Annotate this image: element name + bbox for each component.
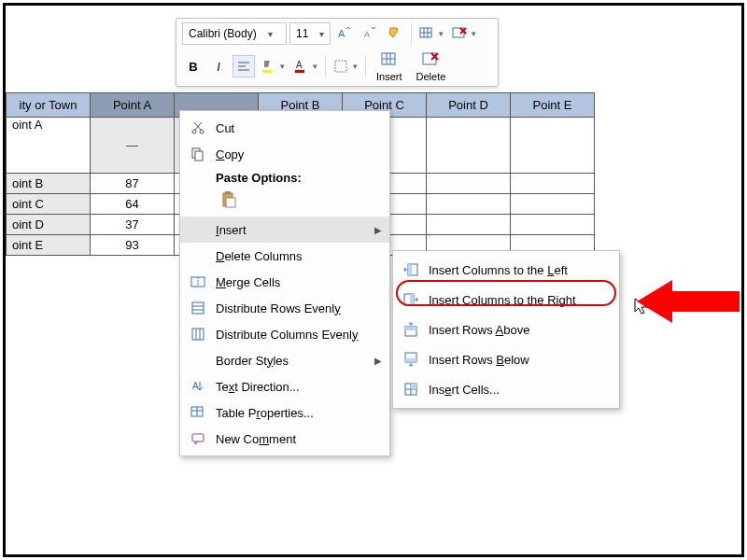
menu-item-insert-rows-below[interactable]: Insert Rows Below bbox=[393, 344, 619, 374]
svg-rect-12 bbox=[262, 70, 272, 73]
svg-text:A: A bbox=[364, 30, 370, 39]
svg-rect-34 bbox=[192, 302, 204, 314]
cell[interactable]: — bbox=[91, 118, 175, 174]
cell[interactable] bbox=[427, 174, 511, 194]
menu-item-cut[interactable]: Cut bbox=[180, 115, 389, 141]
col-header[interactable]: Point A bbox=[91, 93, 175, 118]
distribute-cols-icon bbox=[190, 326, 206, 343]
insert-row-below-icon bbox=[402, 351, 419, 368]
merge-cells-icon bbox=[190, 273, 206, 290]
menu-item-distribute-rows[interactable]: Distribute Rows Evenly bbox=[180, 295, 389, 321]
chevron-down-icon[interactable]: ▾ bbox=[314, 29, 327, 39]
col-header[interactable]: Point E bbox=[511, 93, 595, 118]
font-color-icon[interactable]: A▾ bbox=[290, 55, 320, 77]
submenu-arrow-icon: ▶ bbox=[374, 225, 382, 235]
format-painter-icon[interactable] bbox=[384, 22, 406, 45]
delete-button[interactable]: Delete bbox=[411, 49, 452, 84]
chevron-down-icon[interactable]: ▾ bbox=[262, 29, 275, 39]
cell[interactable]: 87 bbox=[91, 174, 175, 194]
cell[interactable]: 93 bbox=[91, 235, 175, 256]
insert-button[interactable]: Insert bbox=[371, 49, 408, 84]
insert-label: Insert bbox=[376, 71, 402, 82]
cell[interactable] bbox=[427, 118, 511, 174]
svg-marker-57 bbox=[637, 280, 740, 323]
table-delete-icon[interactable]: ▾ bbox=[449, 22, 479, 45]
submenu-arrow-icon: ▶ bbox=[374, 356, 382, 366]
row-header[interactable]: oint E bbox=[7, 235, 91, 256]
table-insert-icon[interactable]: ▾ bbox=[416, 22, 446, 45]
svg-rect-44 bbox=[192, 434, 204, 441]
shrink-font-icon[interactable]: A bbox=[359, 22, 381, 45]
insert-col-left-icon bbox=[402, 261, 419, 278]
row-header[interactable]: oint C bbox=[7, 194, 91, 215]
cell[interactable] bbox=[511, 118, 595, 174]
menu-item-insert-cols-right[interactable]: Insert Columns to the Right bbox=[393, 285, 619, 315]
svg-text:A: A bbox=[296, 60, 303, 70]
menu-item-new-comment[interactable]: New Comment bbox=[180, 426, 389, 452]
menu-item-insert-cols-left[interactable]: Insert Columns to the Left bbox=[393, 255, 619, 285]
svg-rect-31 bbox=[226, 198, 235, 207]
col-header[interactable]: ity or Town bbox=[7, 93, 91, 118]
cell[interactable]: 64 bbox=[91, 194, 175, 215]
menu-item-insert[interactable]: Insert ▶ bbox=[180, 217, 389, 243]
svg-rect-48 bbox=[410, 294, 414, 305]
svg-rect-14 bbox=[295, 70, 304, 73]
cell[interactable] bbox=[511, 174, 595, 194]
paste-keep-source-button[interactable] bbox=[216, 187, 242, 213]
annotation-arrow-icon bbox=[637, 278, 740, 325]
cell[interactable] bbox=[427, 194, 511, 215]
context-menu: Cut Copy Paste Options: Insert ▶ Delete … bbox=[179, 110, 390, 456]
svg-line-25 bbox=[195, 122, 202, 130]
row-header[interactable]: oint A bbox=[7, 118, 91, 174]
svg-rect-46 bbox=[408, 264, 412, 275]
italic-button[interactable]: I bbox=[207, 55, 230, 77]
menu-item-merge-cells[interactable]: Merge Cells bbox=[180, 269, 389, 295]
highlight-color-icon[interactable]: ▾ bbox=[258, 55, 288, 77]
insert-submenu: Insert Columns to the Left Insert Column… bbox=[392, 250, 620, 409]
svg-rect-30 bbox=[225, 191, 231, 194]
bold-button[interactable]: B bbox=[182, 55, 204, 77]
font-name-value: Calibri (Body) bbox=[183, 27, 262, 40]
svg-point-24 bbox=[200, 130, 204, 133]
menu-item-distribute-cols[interactable]: Distribute Columns Evenly bbox=[180, 321, 389, 347]
copy-icon bbox=[190, 146, 206, 162]
menu-item-copy[interactable]: Copy bbox=[180, 141, 389, 167]
table-delete-icon bbox=[421, 50, 440, 69]
svg-rect-28 bbox=[195, 151, 203, 161]
menu-item-delete-columns[interactable]: Delete Columns bbox=[180, 243, 389, 269]
distribute-rows-icon bbox=[190, 300, 206, 316]
menu-item-insert-rows-above[interactable]: Insert Rows Above bbox=[393, 315, 619, 344]
insert-col-right-icon bbox=[402, 291, 419, 308]
row-header[interactable]: oint B bbox=[7, 174, 91, 194]
row-header[interactable]: oint D bbox=[7, 215, 91, 235]
font-name-combo[interactable]: Calibri (Body) ▾ bbox=[182, 22, 287, 45]
align-left-icon[interactable] bbox=[233, 55, 255, 77]
menu-item-text-direction[interactable]: A Text Direction... bbox=[180, 373, 389, 399]
svg-rect-50 bbox=[405, 327, 416, 330]
table-properties-icon bbox=[190, 404, 206, 421]
scissors-icon bbox=[190, 119, 206, 136]
insert-row-above-icon bbox=[402, 321, 419, 338]
paste-options-heading: Paste Options: bbox=[180, 167, 389, 187]
svg-text:A: A bbox=[192, 381, 199, 391]
grow-font-icon[interactable]: A bbox=[333, 22, 356, 45]
font-size-combo[interactable]: 11 ▾ bbox=[289, 22, 331, 45]
cell[interactable] bbox=[511, 215, 595, 235]
col-header[interactable]: Point D bbox=[427, 93, 511, 118]
borders-icon[interactable]: ▾ bbox=[331, 55, 360, 77]
font-size-value: 11 bbox=[290, 27, 314, 40]
cell[interactable]: 37 bbox=[91, 215, 175, 235]
svg-rect-52 bbox=[405, 358, 416, 362]
menu-item-insert-cells[interactable]: Insert Cells... bbox=[393, 374, 619, 404]
insert-cells-icon bbox=[402, 381, 419, 398]
new-comment-icon bbox=[190, 430, 206, 447]
svg-text:A: A bbox=[338, 28, 345, 39]
text-direction-icon: A bbox=[190, 378, 206, 395]
svg-rect-56 bbox=[411, 384, 416, 389]
cell[interactable] bbox=[427, 215, 511, 235]
svg-point-23 bbox=[192, 130, 196, 133]
cell[interactable] bbox=[511, 194, 595, 215]
svg-line-26 bbox=[194, 122, 201, 130]
menu-item-border-styles[interactable]: Border Styles ▶ bbox=[180, 347, 389, 373]
menu-item-table-properties[interactable]: Table Properties... bbox=[180, 399, 389, 426]
